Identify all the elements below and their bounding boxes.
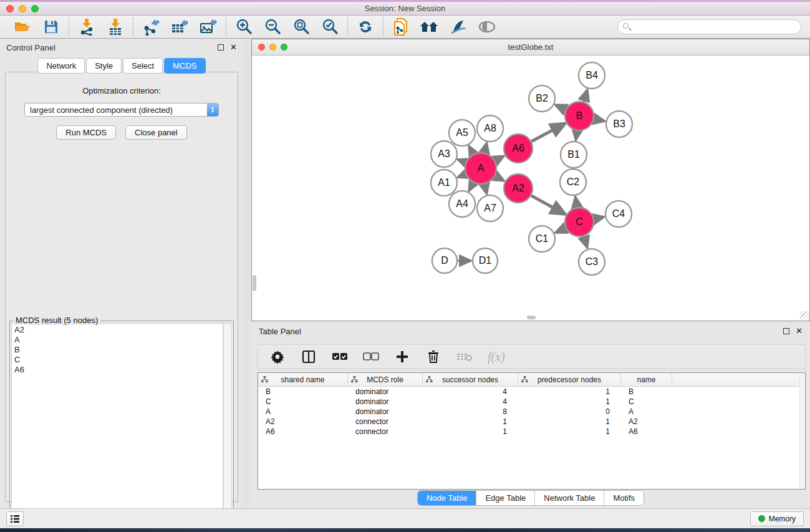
search-input[interactable] — [617, 19, 801, 34]
node-A3[interactable]: A3 — [431, 141, 457, 167]
edge-A6-B[interactable] — [531, 124, 564, 142]
cell-predecessor-nodes[interactable]: 1 — [518, 427, 621, 436]
criterion-dropdown[interactable]: largest connected component (directed) ▲… — [24, 103, 219, 117]
cell-name[interactable]: B — [621, 387, 672, 396]
zoom-in-icon[interactable] — [234, 17, 254, 36]
cell-name[interactable]: C — [621, 397, 672, 406]
cell-predecessor-nodes[interactable]: 1 — [518, 397, 621, 406]
edge-C-C1[interactable] — [556, 228, 566, 233]
network-canvas[interactable]: B4B2BB3B1A5A8A6A3AA1C2A2A4A7C4CC1C3DD1 — [253, 56, 809, 321]
column-header-successor-nodes[interactable]: successor nodes — [423, 373, 518, 386]
toggle-column-view-icon[interactable] — [301, 349, 317, 365]
zoom-window-button[interactable] — [31, 5, 39, 12]
refresh-layout-icon[interactable] — [355, 17, 375, 36]
import-network-icon[interactable] — [77, 17, 97, 36]
edge-B-B2[interactable] — [556, 105, 566, 110]
node-C[interactable]: C — [565, 208, 594, 236]
cell-successor-nodes[interactable]: 1 — [423, 417, 518, 426]
export-image-icon[interactable] — [198, 17, 218, 36]
node-A6[interactable]: A6 — [504, 134, 533, 163]
column-header-name[interactable]: name — [621, 373, 672, 386]
delete-column-icon[interactable] — [425, 349, 441, 365]
node-A7[interactable]: A7 — [477, 195, 503, 221]
cell-MCDS-role[interactable]: connector — [348, 427, 423, 436]
cell-name[interactable]: A2 — [621, 417, 672, 426]
edge-C-C2[interactable] — [576, 198, 577, 208]
cell-successor-nodes[interactable]: 4 — [423, 397, 518, 406]
tab-network-table[interactable]: Network Table — [535, 491, 604, 505]
table-body[interactable]: Bdominator41BCdominator41CAdominator80AA… — [258, 387, 799, 437]
run-mcds-button[interactable]: Run MCDS — [56, 125, 116, 140]
cell-shared-name[interactable]: C — [258, 397, 348, 406]
edge-A-A2[interactable] — [495, 176, 503, 180]
cell-MCDS-role[interactable]: dominator — [348, 407, 423, 416]
minimize-window-button[interactable] — [19, 5, 26, 12]
table-row[interactable]: A6connector11A6 — [258, 427, 799, 437]
mcds-result-item[interactable]: B — [14, 345, 220, 355]
select-all-rows-icon[interactable] — [332, 349, 348, 365]
mcds-result-item[interactable]: C — [14, 355, 220, 365]
edge-A2-C[interactable] — [531, 196, 564, 214]
cell-shared-name[interactable]: A6 — [258, 427, 348, 436]
mcds-result-item[interactable]: A6 — [14, 365, 220, 375]
edge-A-A3[interactable] — [458, 160, 465, 162]
edge-C-C4[interactable] — [594, 217, 604, 219]
cell-MCDS-role[interactable]: connector — [348, 417, 423, 426]
cell-predecessor-nodes[interactable]: 1 — [518, 387, 621, 396]
node-A1[interactable]: A1 — [431, 170, 457, 196]
window-resize-grip[interactable] — [800, 311, 809, 320]
column-header-MCDS-role[interactable]: MCDS role — [348, 373, 423, 386]
cell-name[interactable]: A — [621, 407, 672, 416]
edge-B-B4[interactable] — [584, 90, 587, 102]
network-horizontal-scrollbar[interactable] — [527, 316, 536, 319]
tab-motifs[interactable]: Motifs — [604, 491, 644, 505]
show-task-history-button[interactable] — [6, 511, 24, 526]
cell-predecessor-nodes[interactable]: 1 — [518, 417, 621, 426]
edge-B-B3[interactable] — [594, 119, 604, 121]
node-C2[interactable]: C2 — [560, 169, 586, 195]
save-session-icon[interactable] — [41, 17, 61, 36]
import-table-icon[interactable] — [105, 17, 125, 36]
mcds-result-list[interactable]: A2ABCA6 — [11, 323, 223, 531]
cell-shared-name[interactable]: A2 — [258, 417, 348, 426]
node-B1[interactable]: B1 — [561, 142, 587, 168]
node-A5[interactable]: A5 — [449, 120, 475, 146]
show-details-eye-icon[interactable] — [477, 17, 497, 36]
export-table-icon[interactable] — [170, 17, 190, 36]
close-panel-button[interactable]: Close panel — [125, 125, 187, 140]
node-C4[interactable]: C4 — [605, 201, 632, 227]
node-C3[interactable]: C3 — [579, 249, 605, 275]
node-D[interactable]: D — [432, 248, 457, 273]
first-neighbors-icon[interactable] — [420, 17, 440, 36]
edge-B-B1[interactable] — [576, 131, 577, 140]
table-row[interactable]: Adominator80A — [258, 407, 799, 417]
settings-gear-icon[interactable] — [269, 349, 286, 365]
edge-A-A5[interactable] — [470, 147, 473, 154]
edge-A-A8[interactable] — [485, 143, 486, 152]
close-panel-icon[interactable]: ✕ — [230, 44, 237, 51]
cell-MCDS-role[interactable]: dominator — [348, 397, 423, 406]
cell-successor-nodes[interactable]: 1 — [423, 427, 518, 436]
apply-style-icon[interactable] — [448, 17, 468, 36]
app-titlebar[interactable]: Session: New Session — [0, 2, 810, 16]
mcds-result-item[interactable]: A2 — [14, 325, 220, 335]
table-row[interactable]: A2connector11A2 — [258, 417, 799, 427]
edge-A-A7[interactable] — [485, 184, 486, 193]
network-zoom-button[interactable] — [281, 44, 287, 51]
cell-shared-name[interactable]: A — [258, 407, 348, 416]
float-table-panel-icon[interactable] — [783, 328, 789, 334]
tab-style[interactable]: Style — [86, 58, 122, 74]
column-header-shared-name[interactable]: shared name — [258, 373, 348, 386]
column-header-predecessor-nodes[interactable]: predecessor nodes — [518, 373, 621, 386]
deselect-all-rows-icon[interactable] — [363, 349, 379, 365]
zoom-out-icon[interactable] — [263, 17, 282, 36]
edge-A-A1[interactable] — [458, 174, 465, 177]
node-A[interactable]: A — [465, 153, 496, 184]
float-panel-icon[interactable] — [218, 44, 224, 51]
edge-A-A4[interactable] — [470, 183, 473, 190]
cell-successor-nodes[interactable]: 8 — [423, 407, 518, 416]
cell-MCDS-role[interactable]: dominator — [348, 387, 423, 396]
node-B2[interactable]: B2 — [529, 85, 555, 112]
function-builder-icon[interactable]: f(x) — [488, 350, 505, 364]
network-window-titlebar[interactable]: testGlobe.txt — [252, 39, 809, 56]
